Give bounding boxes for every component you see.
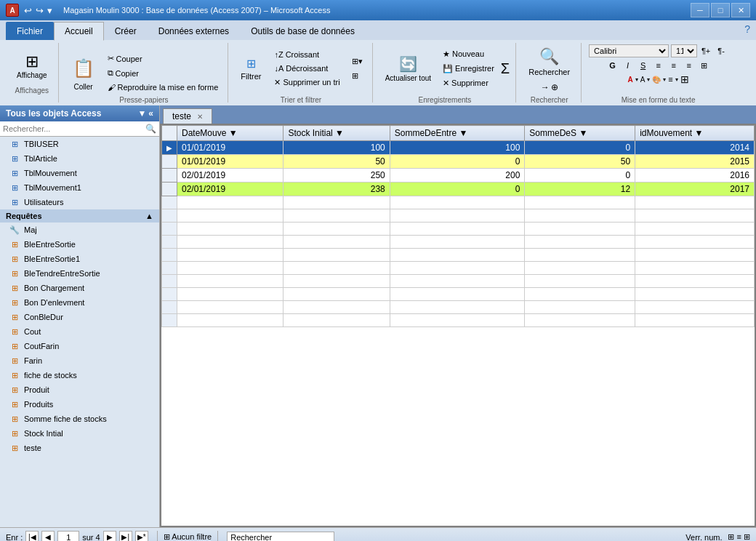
nav-current-input[interactable] <box>57 531 79 542</box>
maximize-button[interactable]: □ <box>711 3 730 17</box>
sidebar-item-stock-intial[interactable]: ⊞ Stock Intial <box>0 426 159 441</box>
table-row[interactable]: 02/01/2019 250 200 0 2016 <box>162 169 755 183</box>
sidebar-label-bletendreentresortie: BleTendreEntreSortie <box>24 269 100 278</box>
toggle-filter-button[interactable]: ⊞ <box>348 69 366 83</box>
status-right: Verr. num. ⊞ ≡ ⊞ <box>685 532 750 541</box>
underline-btn[interactable]: S <box>637 59 650 72</box>
sidebar-close-btn[interactable]: « <box>148 108 153 119</box>
col-stock-initial[interactable]: Stock Initial ▼ <box>284 126 390 141</box>
sidebar-item-bletendreentresortie[interactable]: ⊞ BleTendreEntreSortie <box>0 266 159 281</box>
goto-icon[interactable]: ⊕ <box>551 82 558 92</box>
enregistrer-button[interactable]: 💾 Enregistrer <box>439 62 498 76</box>
doc-close-icon[interactable]: ✕ <box>197 113 203 121</box>
minimize-button[interactable]: ─ <box>691 3 709 17</box>
font-size-select[interactable]: 11 <box>671 44 697 57</box>
table-row[interactable]: ▶ 01/01/2019 100 100 0 2014 <box>162 141 755 155</box>
datasheet-container[interactable]: DateMouve ▼ Stock Initial ▼ SommeDeEntre… <box>161 125 755 526</box>
sidebar-item-tblmouvement[interactable]: ⊞ TblMouvement <box>0 166 159 180</box>
italic-btn[interactable]: I <box>622 59 635 72</box>
highlight-dropdown[interactable]: ▾ <box>647 76 650 83</box>
col-id-mouvement[interactable]: idMouvement ▼ <box>635 126 755 141</box>
table-row[interactable]: 01/01/2019 50 0 50 2015 <box>162 155 755 169</box>
nav-first-btn[interactable]: |◀ <box>25 531 39 542</box>
sidebar-item-somme-fiche[interactable]: ⊞ Somme fiche de stocks <box>0 412 159 426</box>
coller-button[interactable]: 📋 <box>66 55 101 82</box>
supprimer-tri-button[interactable]: ✕ Supprimer un tri <box>270 76 343 89</box>
left-align-btn[interactable]: ≡ <box>652 59 665 72</box>
alternate-row-dropdown[interactable]: ▾ <box>675 76 678 83</box>
col-datemouve[interactable]: DateMouve ▼ <box>177 126 284 141</box>
sidebar-item-produit[interactable]: ⊞ Produit <box>0 382 159 397</box>
tab-fichier[interactable]: Fichier <box>6 22 54 40</box>
sidebar-menu-btn[interactable]: ▼ <box>137 108 146 119</box>
bg-color-dropdown[interactable]: ▾ <box>663 76 666 83</box>
col-somme-s[interactable]: SommeDeS ▼ <box>525 126 635 141</box>
decroissant-button[interactable]: ↓A Décroissant <box>270 62 343 75</box>
center-align-btn[interactable]: ≡ <box>667 59 680 72</box>
sidebar-item-produits[interactable]: ⊞ Produits <box>0 397 159 412</box>
actualiser-button[interactable]: 🔄 Actualiser tout <box>380 52 436 85</box>
font-name-select[interactable]: Calibri <box>589 44 669 57</box>
requetes-section-header[interactable]: Requêtes ▲ <box>0 209 159 223</box>
replace-icon[interactable]: → <box>541 82 550 92</box>
main-layout: Tous les objets Access ▼ « 🔍 ⊞ TBIUSER ⊞… <box>0 105 756 527</box>
table-row[interactable]: 02/01/2019 238 0 12 2017 <box>162 183 755 196</box>
nav-last-btn[interactable]: ▶| <box>119 531 132 542</box>
reproduire-button[interactable]: 🖌 Reproduire la mise en forme <box>104 81 222 94</box>
sidebar-item-utilisateurs[interactable]: ⊞ Utilisateurs <box>0 195 159 209</box>
cell-somme-s: 50 <box>525 155 635 169</box>
decrease-indent-btn[interactable]: ¶- <box>715 44 728 57</box>
help-icon[interactable]: ? <box>744 23 750 35</box>
doc-tab-teste[interactable]: teste ✕ <box>163 108 212 124</box>
filtrer-button[interactable]: ⊞ Filtrer <box>236 54 266 84</box>
sidebar-item-tbiuser[interactable]: ⊞ TBIUSER <box>0 137 159 151</box>
sidebar-item-coutfarin[interactable]: ⊞ CoutFarin <box>0 339 159 353</box>
sidebar-item-farin[interactable]: ⊞ Farin <box>0 353 159 368</box>
sidebar-item-teste[interactable]: ⊞ teste <box>0 441 159 455</box>
cell-somme-s: 12 <box>525 183 635 196</box>
advanced-filter-button[interactable]: ⊞▾ <box>348 55 366 68</box>
tab-creer[interactable]: Créer <box>104 22 148 40</box>
sidebar-search-input[interactable] <box>3 124 145 133</box>
sidebar-item-cout[interactable]: ⊞ Cout <box>0 324 159 339</box>
gridlines-btn[interactable]: ⊞ <box>698 59 711 72</box>
nav-new-btn[interactable]: ▶* <box>135 531 148 542</box>
sidebar-item-fiche-de-stocks[interactable]: ⊞ fiche de stocks <box>0 368 159 382</box>
sidebar-item-bleentresortie[interactable]: ⊞ BleEntreSortie <box>0 237 159 252</box>
font-color-dropdown[interactable]: ▾ <box>635 76 638 83</box>
tab-donnees-externes[interactable]: Données externes <box>148 22 240 40</box>
sidebar-label-maj: Maj <box>24 225 37 234</box>
copier-button[interactable]: ⧉ Copier <box>104 66 222 80</box>
cell-id-mouvement: 2015 <box>635 155 755 169</box>
search-input[interactable] <box>227 532 334 542</box>
doc-tab-label: teste <box>172 111 191 121</box>
right-align-btn[interactable]: ≡ <box>683 59 696 72</box>
sidebar-item-tblmouvement1[interactable]: ⊞ TblMouvement1 <box>0 180 159 195</box>
couper-button[interactable]: ✂ Couper <box>104 52 222 65</box>
gridlines-icon[interactable]: ⊞ <box>680 73 689 85</box>
increase-indent-btn[interactable]: ¶+ <box>699 44 712 57</box>
croissant-button[interactable]: ↑Z Croissant <box>270 48 343 61</box>
col-somme-entre[interactable]: SommeDeEntre ▼ <box>390 126 525 141</box>
nav-next-btn[interactable]: ▶ <box>103 531 116 542</box>
sidebar-item-bleentresortie1[interactable]: ⊞ BleEntreSortie1 <box>0 252 159 266</box>
qat-dropdown[interactable]: ▾ <box>47 4 53 17</box>
sidebar-item-tblarticle[interactable]: ⊞ TblArticle <box>0 151 159 166</box>
nouveau-button[interactable]: ★ Nouveau <box>439 47 498 61</box>
tab-outils[interactable]: Outils de base de données <box>240 22 366 40</box>
close-button[interactable]: ✕ <box>731 3 750 17</box>
rechercher-button[interactable]: 🔍 Rechercher <box>523 44 575 79</box>
bold-btn[interactable]: G <box>606 59 619 72</box>
supprimer-button[interactable]: ✕ Supprimer <box>439 76 498 90</box>
affichage-button[interactable]: ⊞ Affichage <box>12 51 52 82</box>
sidebar-item-bon-enlevment[interactable]: ⊞ Bon D'enlevment <box>0 295 159 310</box>
sidebar-item-maj[interactable]: 🔧 Maj <box>0 223 159 237</box>
tab-accueil[interactable]: Accueil <box>54 22 104 41</box>
sidebar-label-cout: Cout <box>24 327 41 336</box>
sidebar-item-conbledur[interactable]: ⊞ ConBleDur <box>0 310 159 324</box>
redo-btn[interactable]: ↪ <box>35 4 44 17</box>
nav-prev-btn[interactable]: ◀ <box>41 531 55 542</box>
sidebar-item-bon-chargement[interactable]: ⊞ Bon Chargement <box>0 281 159 295</box>
alternate-row-btn[interactable]: ≡ <box>668 75 672 84</box>
undo-btn[interactable]: ↩ <box>23 4 33 17</box>
